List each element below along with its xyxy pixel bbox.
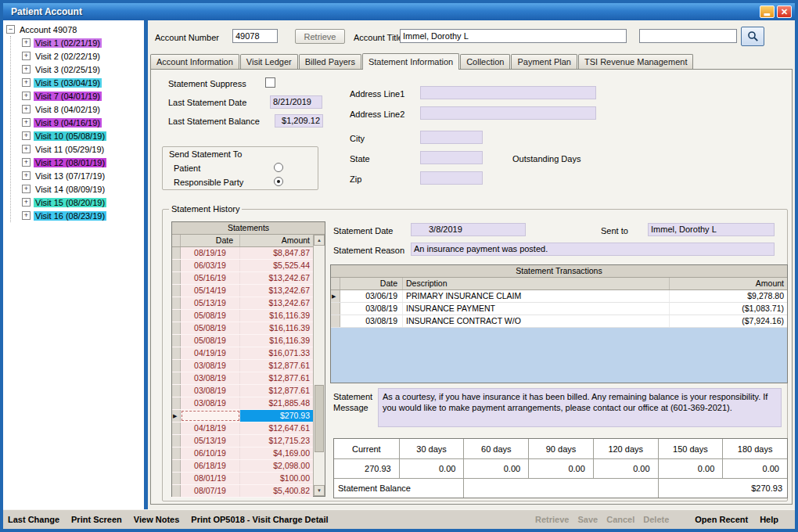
tree-item-visit[interactable]: +Visit 1 (02/21/19)	[11, 36, 142, 49]
scroll-up-icon[interactable]: ▲	[314, 235, 325, 246]
tab-account-information[interactable]: Account Information	[150, 54, 239, 69]
scrollbar-thumb[interactable]	[315, 385, 324, 452]
collapse-icon[interactable]: −	[6, 25, 15, 34]
expand-icon[interactable]: +	[22, 65, 31, 74]
zip-field[interactable]	[420, 171, 483, 185]
statement-amount-cell: $12,647.61	[240, 422, 313, 434]
footer-open-recent[interactable]: Open Recent	[695, 515, 748, 524]
visit-label: Visit 15 (08/20/19)	[34, 198, 106, 207]
footer-view-notes[interactable]: View Notes	[134, 515, 180, 524]
statements-amount-column-header[interactable]: Amount	[240, 235, 313, 246]
account-title-input[interactable]	[400, 29, 627, 43]
statement-amount-cell: $13,242.67	[240, 285, 313, 297]
tab-statement-information[interactable]: Statement Information	[362, 53, 459, 70]
visit-label: Visit 11 (05/29/19)	[34, 145, 106, 154]
statement-row[interactable]: 03/08/19$12,877.61	[172, 385, 313, 397]
tree-item-visit[interactable]: +Visit 8 (04/02/19)	[11, 102, 142, 116]
statements-date-column-header[interactable]: Date	[181, 235, 240, 246]
tree-item-visit[interactable]: +Visit 2 (02/22/19)	[11, 49, 142, 63]
tree-item-visit[interactable]: +Visit 7 (04/01/19)	[11, 89, 142, 102]
visit-label: Visit 7 (04/01/19)	[34, 92, 102, 101]
transactions-date-column-header[interactable]: Date	[340, 278, 403, 289]
statement-suppress-checkbox[interactable]	[265, 77, 275, 88]
tree-item-visit[interactable]: +Visit 10 (05/08/19)	[11, 129, 142, 142]
state-field[interactable]	[420, 151, 483, 164]
footer-help[interactable]: Help	[760, 515, 778, 524]
send-to-responsible-party-radio[interactable]	[274, 177, 283, 186]
statement-row[interactable]: 05/14/19$13,242.67	[172, 285, 313, 297]
statement-row[interactable]: 05/08/19$16,116.39	[172, 335, 313, 347]
tree-item-visit[interactable]: +Visit 12 (08/01/19)	[11, 156, 142, 169]
search-button[interactable]	[741, 27, 764, 46]
statement-row[interactable]: 03/08/19$21,885.48	[172, 397, 313, 410]
tree-item-visit[interactable]: +Visit 14 (08/09/19)	[11, 182, 142, 196]
statement-date-cell: 03/08/19	[181, 397, 240, 409]
tree-item-visit[interactable]: +Visit 5 (03/04/19)	[11, 76, 142, 89]
expand-icon[interactable]: +	[22, 38, 31, 47]
account-number-input[interactable]	[232, 29, 278, 43]
statement-row[interactable]: 04/18/19$12,647.61	[172, 422, 313, 435]
aging-column-header: 180 days	[722, 439, 787, 458]
statement-row[interactable]: 08/01/19$100.00	[172, 473, 313, 485]
statement-row[interactable]: 06/03/19$5,525.44	[172, 260, 313, 272]
statement-row[interactable]: 05/16/19$13,242.67	[172, 272, 313, 285]
statements-scrollbar[interactable]: ▲ ▼	[313, 235, 325, 496]
transactions-description-column-header[interactable]: Description	[403, 278, 670, 289]
transactions-amount-column-header[interactable]: Amount	[670, 278, 787, 289]
expand-icon[interactable]: +	[22, 92, 31, 100]
retrieve-button[interactable]: Retrieve	[295, 29, 345, 44]
expand-icon[interactable]: +	[22, 158, 31, 167]
statement-row[interactable]: 06/10/19$4,169.00	[172, 448, 313, 460]
expand-icon[interactable]: +	[22, 131, 31, 140]
statement-row[interactable]: 05/08/19$16,116.39	[172, 322, 313, 335]
expand-icon[interactable]: +	[22, 145, 31, 153]
scroll-down-icon[interactable]: ▼	[314, 485, 325, 496]
tab-collection[interactable]: Collection	[460, 54, 510, 69]
tree-item-visit[interactable]: +Visit 9 (04/16/19)	[11, 116, 142, 129]
close-button[interactable]: ✕	[777, 5, 792, 18]
statement-row[interactable]: 03/08/19$12,877.61	[172, 372, 313, 385]
tree-item-visit[interactable]: +Visit 15 (08/20/19)	[11, 196, 142, 209]
footer-print-op5018-visit-charge-detail[interactable]: Print OP5018 - Visit Charge Detail	[191, 515, 328, 524]
tab-visit-ledger[interactable]: Visit Ledger	[240, 54, 298, 69]
tab-billed-payers[interactable]: Billed Payers	[299, 54, 361, 69]
tab-payment-plan[interactable]: Payment Plan	[511, 54, 577, 69]
aging-column-header: 150 days	[658, 439, 723, 458]
address-line2-field[interactable]	[420, 106, 596, 120]
expand-icon[interactable]: +	[22, 198, 31, 207]
tree-item-visit[interactable]: +Visit 11 (05/29/19)	[11, 142, 142, 156]
footer-print-screen[interactable]: Print Screen	[71, 515, 122, 524]
statement-row[interactable]: 08/07/19$5,400.82	[172, 485, 313, 498]
minimize-button[interactable]: ▂	[760, 5, 775, 18]
tree-root-account[interactable]: − Account 49078	[5, 23, 142, 36]
sent-to-value: Immel, Dorothy L	[648, 223, 775, 236]
statement-row[interactable]: 05/08/19$16,116.39	[172, 310, 313, 322]
statement-row[interactable]: 04/19/19$16,071.33	[172, 347, 313, 360]
statement-row[interactable]: $270.93	[172, 410, 313, 422]
expand-icon[interactable]: +	[22, 118, 31, 127]
expand-icon[interactable]: +	[22, 171, 31, 180]
address-line1-field[interactable]	[420, 86, 596, 99]
last-statement-date-value: 8/21/2019	[270, 95, 322, 109]
tree-item-visit[interactable]: +Visit 3 (02/25/19)	[11, 63, 142, 76]
expand-icon[interactable]: +	[22, 52, 31, 60]
tab-tsi-revenue-management[interactable]: TSI Revenue Management	[578, 54, 693, 69]
statement-row[interactable]: 08/19/19$8,847.87	[172, 247, 313, 260]
transaction-row[interactable]: 03/08/19INSURANCE CONTRACT W/O($7,924.16…	[331, 315, 787, 328]
transaction-row[interactable]: 03/06/19PRIMARY INSURANCE CLAIM$9,278.80	[331, 290, 787, 303]
account-search-input[interactable]	[639, 29, 737, 43]
footer-last-change[interactable]: Last Change	[8, 515, 59, 524]
tree-item-visit[interactable]: +Visit 13 (07/17/19)	[11, 169, 142, 182]
expand-icon[interactable]: +	[22, 185, 31, 193]
statement-row[interactable]: 03/08/19$12,877.61	[172, 360, 313, 372]
expand-icon[interactable]: +	[22, 78, 31, 87]
statement-row[interactable]: 06/18/19$2,098.00	[172, 460, 313, 473]
statement-row[interactable]: 05/13/19$12,715.23	[172, 435, 313, 448]
tree-item-visit[interactable]: +Visit 16 (08/23/19)	[11, 209, 142, 222]
transaction-row[interactable]: 03/08/19INSURANCE PAYMENT($1,083.71)	[331, 303, 787, 315]
expand-icon[interactable]: +	[22, 211, 31, 220]
statement-row[interactable]: 05/13/19$13,242.67	[172, 297, 313, 310]
expand-icon[interactable]: +	[22, 105, 31, 113]
send-to-patient-radio[interactable]	[274, 163, 283, 172]
city-field[interactable]	[420, 131, 483, 144]
